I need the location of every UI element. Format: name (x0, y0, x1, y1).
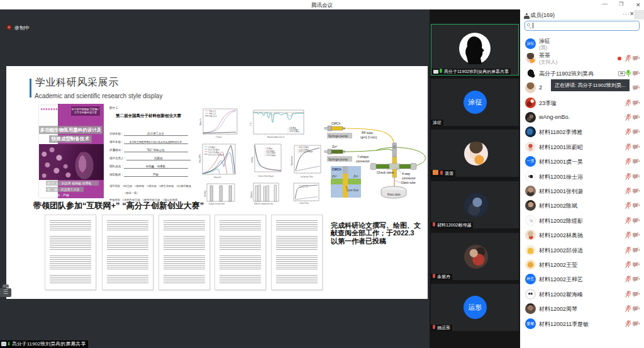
svg-text:— Cu2+CS-Agar: — Cu2+CS-Agar (297, 149, 309, 151)
svg-text:Zn2+Cu2+CS+Agar: Zn2+Cu2+CS+Agar (208, 154, 224, 156)
svg-text:Petri dish: Petri dish (387, 193, 401, 196)
svg-text:Check valve: Check valve (377, 171, 394, 174)
svg-text:— CS-Agar: — CS-Agar (264, 147, 272, 150)
svg-text:Different composition ratio: Different composition ratio (254, 203, 274, 205)
svg-text:— 10%CS+Agar: — 10%CS+Agar (287, 130, 299, 133)
svg-text:Zn²⁺: Zn²⁺ (353, 175, 360, 178)
svg-text:Sample concentration: Sample concentration (209, 203, 225, 205)
svg-text:PB+22.2: PB+22.2 (209, 115, 217, 118)
svg-text:T (min): T (min) (216, 136, 221, 138)
svg-text:Mass %: Mass % (199, 118, 202, 125)
svg-text:Strain/%: Strain/% (214, 176, 221, 179)
svg-text:Glass tube: Glass tube (401, 181, 416, 184)
svg-text:Incubation Time: Incubation Time (301, 176, 313, 178)
svg-text:T %: T % (250, 123, 252, 126)
svg-text:Culture Time: Culture Time (299, 202, 309, 205)
svg-text:Modulus: Modulus (250, 191, 253, 198)
svg-text:4-way: 4-way (402, 172, 411, 176)
svg-text:Swelling: Swelling (204, 191, 206, 197)
svg-text:— Zn2+CS-Agar: — Zn2+CS-Agar (297, 146, 309, 149)
svg-text:Syringe pump: Syringe pump (328, 134, 348, 138)
svg-text:Zn²⁺: Zn²⁺ (331, 175, 338, 178)
svg-text:Degradation: Degradation (291, 155, 293, 166)
svg-text:Zn²⁺: Zn²⁺ (332, 145, 339, 149)
svg-text:— 5%CS-Agar: — 5%CS-Agar (264, 150, 275, 152)
svg-text:— Zn2+Cu2+CS-Agar: — Zn2+Cu2+CS-Agar (297, 150, 313, 153)
svg-text:Wavenumber (cm-1): Wavenumber (cm-1) (267, 136, 284, 138)
svg-text:— 10%CS-Agar: — 10%CS-Agar (264, 152, 276, 154)
svg-text:Syringe pump: Syringe pump (328, 157, 348, 161)
svg-text:Viability: Viability (251, 157, 253, 163)
svg-text:connector: connector (356, 159, 370, 163)
svg-text:(φ=1.0 mm): (φ=1.0 mm) (360, 135, 377, 139)
svg-text:Y-shape: Y-shape (357, 155, 369, 159)
svg-text:Culture Time (Days): Culture Time (Days) (258, 175, 274, 177)
svg-text:— 15%CS-Agar: — 15%CS-Agar (264, 154, 276, 157)
svg-text:CMCh: CMCh (331, 121, 340, 125)
svg-text:PP tube: PP tube (362, 131, 373, 135)
svg-text:Core flow: Core flow (347, 189, 359, 192)
svg-text:Stress/KPa: Stress/KPa (199, 154, 201, 163)
svg-text:— Cu2+CS-Agar: — Cu2+CS-Agar (297, 186, 308, 188)
svg-text:connector: connector (402, 176, 416, 180)
svg-text:CMCh: CMCh (332, 167, 341, 171)
